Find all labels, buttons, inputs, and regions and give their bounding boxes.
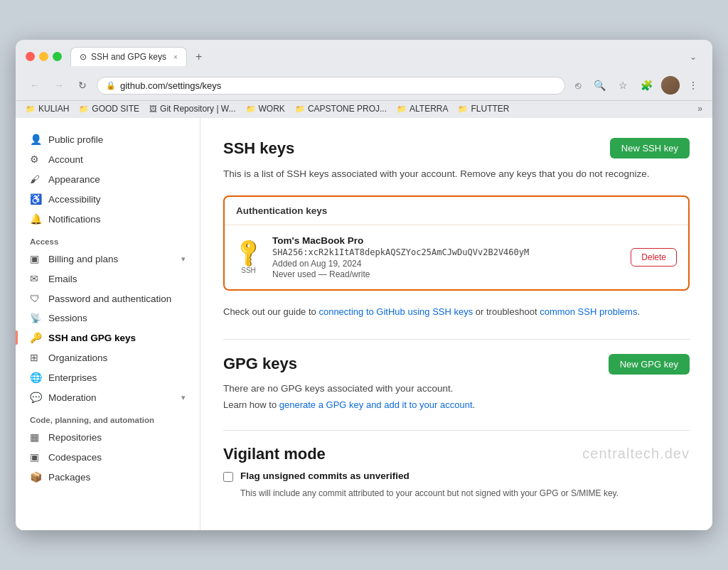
zoom-icon[interactable]: 🔍 (589, 78, 610, 92)
sidebar-label-codespaces: Codespaces (48, 452, 102, 463)
key-name: Tom's MacBook Pro (272, 235, 619, 246)
sidebar-item-notifications[interactable]: 🔔 Notifications (16, 209, 200, 229)
sidebar-item-password-auth[interactable]: 🛡 Password and authentication (16, 289, 200, 308)
bookmark-label: CAPSTONE PROJ... (308, 104, 387, 114)
delete-key-button[interactable]: Delete (631, 248, 677, 267)
sidebar-item-enterprises[interactable]: 🌐 Enterprises (16, 367, 200, 387)
gpg-section-title: GPG keys (223, 355, 297, 373)
sidebar-item-accessibility[interactable]: ♿ Accessibility (16, 189, 200, 209)
folder-icon: 📁 (397, 104, 407, 114)
bookmark-git-repo[interactable]: 🖼 Git Repository | W... (149, 104, 235, 114)
github-tab-icon: ⊙ (80, 52, 87, 62)
new-tab-button[interactable]: + (190, 48, 208, 66)
bookmark-work[interactable]: 📁 WORK (246, 104, 285, 114)
sidebar-label-notifications: Notifications (48, 214, 101, 225)
common-problems-link[interactable]: common SSH problems (540, 306, 637, 317)
sidebar-item-moderation[interactable]: 💬 Moderation ▾ (16, 387, 200, 407)
tab-chevron-icon[interactable]: ⌄ (684, 49, 702, 65)
more-icon[interactable]: ⋮ (684, 78, 702, 92)
bookmark-icon[interactable]: ☆ (614, 78, 632, 92)
sidebar-label-repositories: Repositories (48, 432, 102, 443)
bookmark-alterra[interactable]: 📁 ALTERRA (397, 104, 448, 114)
gpg-learn-text: Learn how to generate a GPG key and add … (223, 399, 690, 410)
sidebar-item-ssh-gpg[interactable]: 🔑 SSH and GPG keys (16, 328, 200, 348)
sidebar-item-emails[interactable]: ✉ Emails (16, 269, 200, 289)
folder-icon: 📁 (458, 104, 468, 114)
watermark-text: centraltech.dev (582, 446, 690, 462)
package-icon: 📦 (30, 471, 43, 483)
globe-icon: 🌐 (30, 372, 43, 383)
tab-close-button[interactable]: × (173, 53, 178, 61)
sidebar-item-packages[interactable]: 📦 Packages (16, 467, 200, 487)
shield-icon: 🛡 (30, 293, 43, 304)
cast-icon[interactable]: ⎋ (571, 78, 585, 92)
sidebar-label-account: Account (48, 154, 83, 165)
bookmark-flutter[interactable]: 📁 FLUTTER (458, 104, 509, 114)
content-area: 👤 Public profile ⚙ Account 🖌 Appearance … (16, 118, 712, 530)
sidebar-label-packages: Packages (48, 472, 90, 483)
vigilant-section: Vigilant mode centraltech.dev Flag unsig… (223, 445, 690, 500)
codespaces-icon: ▣ (30, 451, 43, 463)
new-gpg-key-button[interactable]: New GPG key (609, 354, 690, 375)
sidebar-item-organizations[interactable]: ⊞ Organizations (16, 348, 200, 367)
sidebar-label-organizations: Organizations (48, 353, 107, 363)
key-date: Added on Aug 19, 2024 (272, 259, 619, 269)
section-divider (223, 339, 690, 340)
ssh-key-entry: 🔑 SSH Tom's MacBook Pro SHA256:xcR2k1ItA… (225, 225, 688, 289)
bookmark-capstone[interactable]: 📁 CAPSTONE PROJ... (295, 104, 387, 114)
vigilant-checkbox-row: Flag unsigned commits as unverified (223, 470, 690, 482)
bookmarks-more-button[interactable]: » (697, 104, 702, 114)
vigilant-checkbox[interactable] (223, 472, 233, 482)
sidebar-item-appearance[interactable]: 🖌 Appearance (16, 169, 200, 189)
person-icon: 👤 (30, 134, 43, 145)
gpg-learn-prefix: Learn how to (223, 399, 279, 410)
page-icon: 🖼 (149, 104, 157, 113)
org-icon: ⊞ (30, 352, 43, 363)
signal-icon: 📡 (30, 313, 43, 323)
sidebar-item-account[interactable]: ⚙ Account (16, 149, 200, 169)
sidebar-item-public-profile[interactable]: 👤 Public profile (16, 129, 200, 149)
sidebar-label-password-auth: Password and authentication (48, 294, 171, 304)
repo-icon: ▦ (30, 431, 43, 443)
vigilant-header-row: Vigilant mode centraltech.dev (223, 445, 690, 463)
sidebar-item-codespaces[interactable]: ▣ Codespaces (16, 447, 200, 467)
tab-bar: ⊙ SSH and GPG keys × + ⌄ (70, 47, 702, 66)
connecting-guide-link[interactable]: connecting to GitHub using SSH keys (318, 306, 473, 317)
active-tab[interactable]: ⊙ SSH and GPG keys × (70, 47, 187, 66)
moderation-icon: 💬 (30, 392, 43, 403)
section-divider-2 (223, 430, 690, 431)
url-bar[interactable]: 🔒 github.com/settings/keys (97, 77, 565, 95)
bookmark-label: Git Repository | W... (160, 104, 235, 114)
back-button[interactable]: ← (26, 78, 44, 92)
vigilant-checkbox-label: Flag unsigned commits as unverified (240, 470, 410, 481)
sidebar-label-billing: Billing and plans (48, 254, 118, 264)
chevron-down-icon: ▾ (181, 254, 186, 264)
ssh-section-title: SSH keys (223, 139, 294, 158)
key-details: Tom's MacBook Pro SHA256:xcR2k1ItAT8depk… (272, 235, 619, 279)
bell-icon: 🔔 (30, 213, 43, 225)
extension-icon[interactable]: 🧩 (636, 78, 657, 92)
ssh-section-header: SSH keys New SSH key (223, 138, 690, 158)
avatar[interactable] (661, 76, 680, 95)
maximize-button[interactable] (53, 52, 62, 61)
refresh-button[interactable]: ↻ (74, 78, 91, 92)
sidebar-label-ssh-gpg: SSH and GPG keys (48, 333, 136, 343)
close-button[interactable] (26, 52, 35, 61)
minimize-button[interactable] (39, 52, 48, 61)
browser-window: ⊙ SSH and GPG keys × + ⌄ ← → ↻ 🔒 github.… (16, 40, 712, 530)
sidebar-item-billing[interactable]: ▣ Billing and plans ▾ (16, 249, 200, 269)
bookmark-good-site[interactable]: 📁 GOOD SITE (79, 104, 139, 114)
sidebar-item-sessions[interactable]: 📡 Sessions (16, 308, 200, 328)
sidebar-section-access: Access (16, 229, 200, 249)
lock-icon: 🔒 (106, 81, 116, 90)
gpg-section: GPG keys New GPG key There are no GPG ke… (223, 354, 690, 410)
bookmark-label: WORK (259, 104, 285, 114)
new-ssh-key-button[interactable]: New SSH key (610, 138, 690, 158)
forward-button[interactable]: → (50, 78, 68, 92)
bookmark-label: ALTERRA (410, 104, 448, 114)
sidebar-item-repositories[interactable]: ▦ Repositories (16, 427, 200, 447)
bookmark-label: GOOD SITE (92, 104, 139, 114)
gpg-learn-link[interactable]: generate a GPG key and add it to your ac… (279, 399, 473, 410)
ssh-section-desc: This is a list of SSH keys associated wi… (223, 167, 690, 181)
bookmark-kuliah[interactable]: 📁 KULIAH (26, 104, 69, 114)
